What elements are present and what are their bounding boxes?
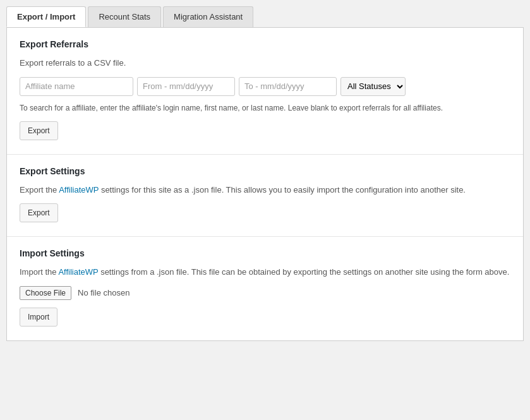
import-settings-desc: Import the AffiliateWP settings from a .… xyxy=(20,266,510,279)
section-export-settings: Export Settings Export the AffiliateWP s… xyxy=(7,155,523,237)
tab-migration-assistant[interactable]: Migration Assistant xyxy=(163,6,253,27)
content-area: Export Referrals Export referrals to a C… xyxy=(6,27,524,341)
import-settings-button[interactable]: Import xyxy=(20,308,57,327)
export-referrals-button[interactable]: Export xyxy=(20,121,58,140)
export-referrals-form-row: All Statuses Unpaid Paid Rejected Pendin… xyxy=(20,77,510,96)
affiliatewp-link-import[interactable]: AffiliateWP xyxy=(58,267,98,277)
choose-file-button[interactable]: Choose File xyxy=(20,286,71,300)
tab-recount-stats[interactable]: Recount Stats xyxy=(88,6,161,27)
export-referrals-desc: Export referrals to a CSV file. xyxy=(20,57,510,69)
export-settings-title: Export Settings xyxy=(20,166,510,176)
from-date-input[interactable] xyxy=(137,77,235,96)
section-export-referrals: Export Referrals Export referrals to a C… xyxy=(7,28,523,155)
tabs-bar: Export / Import Recount Stats Migration … xyxy=(6,6,524,27)
file-input-row: Choose File No file chosen xyxy=(20,286,510,300)
import-settings-title: Import Settings xyxy=(20,248,510,258)
file-chosen-label: No file chosen xyxy=(78,288,129,297)
affiliate-name-input[interactable] xyxy=(20,77,133,96)
section-import-settings: Import Settings Import the AffiliateWP s… xyxy=(7,237,523,340)
export-referrals-hint: To search for a affiliate, enter the aff… xyxy=(20,102,510,114)
export-referrals-title: Export Referrals xyxy=(20,39,510,49)
export-settings-desc: Export the AffiliateWP settings for this… xyxy=(20,184,510,196)
to-date-input[interactable] xyxy=(239,77,337,96)
export-settings-button[interactable]: Export xyxy=(20,203,58,222)
affiliatewp-link-export[interactable]: AffiliateWP xyxy=(59,185,99,195)
page-container: Export / Import Recount Stats Migration … xyxy=(0,0,530,420)
tab-export-import[interactable]: Export / Import xyxy=(6,6,86,27)
status-select[interactable]: All Statuses Unpaid Paid Rejected Pendin… xyxy=(340,77,406,96)
